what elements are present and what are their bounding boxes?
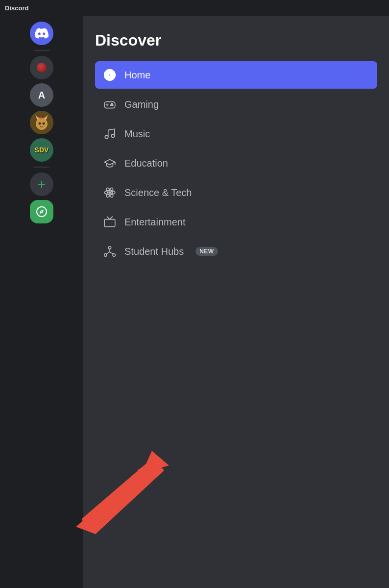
server-icon-sdv[interactable]: SDV	[30, 138, 53, 162]
nav-entertainment-label: Entertainment	[124, 217, 186, 228]
nav-music-label: Music	[124, 128, 150, 140]
nav-student-hubs-label: Student Hubs	[124, 246, 184, 257]
add-icon: +	[38, 176, 46, 192]
svg-rect-26	[104, 220, 115, 227]
discover-title: Discover	[95, 31, 377, 49]
graduation-icon	[103, 156, 117, 170]
svg-point-12	[109, 74, 110, 75]
compass-discover-icon	[36, 206, 48, 218]
nav-gaming-label: Gaming	[124, 99, 159, 110]
svg-point-18	[110, 104, 112, 106]
discover-button[interactable]	[30, 200, 53, 223]
svg-point-16	[111, 103, 113, 105]
atom-icon	[103, 186, 117, 199]
server-letter: A	[38, 90, 45, 101]
compass-icon	[103, 68, 117, 82]
discover-nav-list: Home Gaming	[95, 61, 377, 265]
nav-item-education[interactable]: Education	[95, 149, 377, 177]
svg-point-6	[43, 122, 45, 125]
game-char-icon	[32, 113, 51, 132]
server-icon-letter-a[interactable]: A	[30, 83, 53, 107]
add-server-button[interactable]: +	[30, 172, 53, 196]
svg-line-32	[110, 252, 113, 254]
svg-point-20	[111, 134, 115, 138]
svg-point-7	[41, 125, 43, 126]
nav-item-student-hubs[interactable]: Student Hubs NEW	[95, 238, 377, 265]
new-badge: NEW	[195, 247, 218, 256]
music-icon	[103, 127, 117, 141]
nav-item-gaming[interactable]: Gaming	[95, 91, 377, 118]
svg-line-31	[106, 252, 110, 254]
tv-icon	[103, 215, 117, 229]
gamepad-icon	[103, 98, 117, 111]
server-icon-game-char[interactable]	[30, 111, 53, 134]
server-icon-red-blob[interactable]	[30, 56, 53, 79]
sdv-label: SDV	[35, 146, 49, 154]
server-icon-discord-home[interactable]	[30, 22, 53, 45]
app-title: Discord	[5, 4, 28, 12]
nav-item-music[interactable]: Music	[95, 120, 377, 147]
nav-science-label: Science & Tech	[124, 187, 192, 198]
sidebar-divider-2	[34, 167, 49, 168]
sidebar-divider	[34, 50, 49, 51]
svg-point-19	[105, 135, 108, 139]
server-sidebar: A SDV +	[0, 16, 83, 588]
nav-education-label: Education	[124, 158, 168, 169]
nav-item-home[interactable]: Home	[95, 61, 377, 89]
nav-item-entertainment[interactable]: Entertainment	[95, 208, 377, 236]
svg-point-25	[109, 192, 111, 194]
nav-item-science[interactable]: Science & Tech	[95, 179, 377, 206]
svg-point-17	[112, 104, 114, 106]
title-bar: Discord	[0, 0, 389, 16]
red-blob-shape	[37, 63, 47, 73]
svg-point-9	[41, 211, 42, 212]
svg-point-5	[39, 122, 41, 125]
main-content: Discover Home	[83, 16, 389, 588]
nav-home-label: Home	[124, 70, 150, 81]
discover-panel: Discover Home	[83, 16, 389, 277]
hub-icon	[103, 245, 117, 258]
